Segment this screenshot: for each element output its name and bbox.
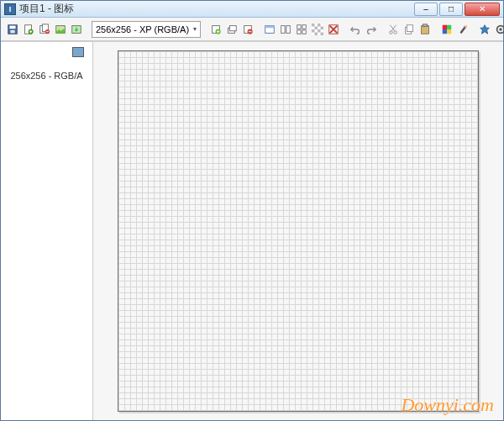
svg-rect-1 [10, 25, 16, 29]
minimize-button[interactable]: – [414, 3, 438, 16]
format-dropdown-value: 256x256 - XP (RGB/A) [96, 24, 189, 34]
svg-rect-42 [447, 24, 451, 29]
content-area: 256x256 - RGB/A [1, 41, 503, 420]
grid-view-icon[interactable] [295, 22, 308, 37]
svg-rect-26 [312, 24, 315, 27]
test-icon[interactable] [478, 22, 491, 37]
svg-rect-18 [265, 25, 275, 28]
format-dropdown[interactable]: 256x256 - XP (RGB/A) ▾ [92, 21, 201, 38]
canvas-grid [118, 51, 478, 411]
svg-rect-19 [281, 25, 285, 33]
svg-rect-38 [407, 24, 412, 31]
split-view-icon[interactable] [279, 22, 292, 37]
svg-rect-20 [286, 25, 290, 33]
svg-rect-21 [297, 24, 301, 28]
save-icon[interactable] [6, 22, 19, 37]
window-view-icon[interactable] [263, 22, 276, 37]
toolbar: 256x256 - XP (RGB/A) ▾ [1, 18, 503, 41]
svg-rect-33 [321, 32, 324, 35]
layers-icon[interactable] [225, 22, 239, 37]
svg-rect-2 [10, 30, 14, 34]
paste-icon[interactable] [418, 22, 432, 37]
undo-icon[interactable] [349, 22, 362, 37]
app-window: I 项目1 - 图标 – □ ✕ 256x256 - XP (RGB/A) ▾ [0, 0, 504, 421]
svg-rect-23 [297, 30, 301, 34]
new-page-icon[interactable] [22, 22, 35, 37]
svg-rect-31 [318, 29, 321, 33]
import-image-icon[interactable] [70, 22, 83, 37]
svg-point-45 [466, 24, 468, 26]
svg-rect-29 [321, 26, 324, 29]
settings-icon[interactable] [494, 22, 504, 37]
svg-rect-41 [443, 24, 447, 29]
svg-rect-30 [312, 29, 315, 33]
svg-point-9 [58, 27, 60, 29]
checker-icon[interactable] [311, 22, 324, 37]
svg-rect-27 [318, 24, 321, 27]
copy-page-icon[interactable] [38, 22, 51, 37]
app-icon: I [4, 3, 16, 15]
sidebar: 256x256 - RGB/A [1, 42, 93, 420]
svg-point-35 [390, 30, 393, 34]
maximize-button[interactable]: □ [439, 3, 463, 16]
titlebar[interactable]: I 项目1 - 图标 – □ ✕ [1, 1, 503, 18]
editor-canvas[interactable] [118, 50, 479, 412]
sidebar-item-label[interactable]: 256x256 - RGB/A [10, 71, 82, 81]
effects-icon[interactable] [456, 22, 470, 37]
svg-rect-24 [302, 30, 306, 34]
add-size-icon[interactable] [209, 22, 223, 37]
svg-rect-44 [447, 29, 451, 34]
sidebar-type-icon[interactable] [72, 47, 84, 57]
mask-icon[interactable] [327, 22, 340, 37]
copy-icon[interactable] [402, 22, 416, 37]
svg-rect-39 [422, 25, 429, 34]
redo-icon[interactable] [365, 22, 378, 37]
svg-point-47 [499, 28, 502, 31]
svg-rect-43 [443, 29, 447, 34]
cut-icon[interactable] [386, 22, 400, 37]
svg-point-36 [394, 30, 397, 34]
window-controls: – □ ✕ [414, 3, 500, 16]
svg-rect-14 [229, 25, 236, 30]
svg-rect-40 [423, 24, 427, 27]
window-title: 项目1 - 图标 [19, 2, 414, 16]
image-icon[interactable] [54, 22, 67, 37]
chevron-down-icon: ▾ [193, 25, 197, 33]
close-button[interactable]: ✕ [465, 3, 500, 16]
svg-rect-32 [315, 32, 318, 35]
svg-rect-22 [302, 24, 306, 28]
svg-rect-28 [315, 26, 318, 29]
remove-size-icon[interactable] [241, 22, 255, 37]
palette-icon[interactable] [440, 22, 454, 37]
canvas-area [93, 42, 503, 420]
